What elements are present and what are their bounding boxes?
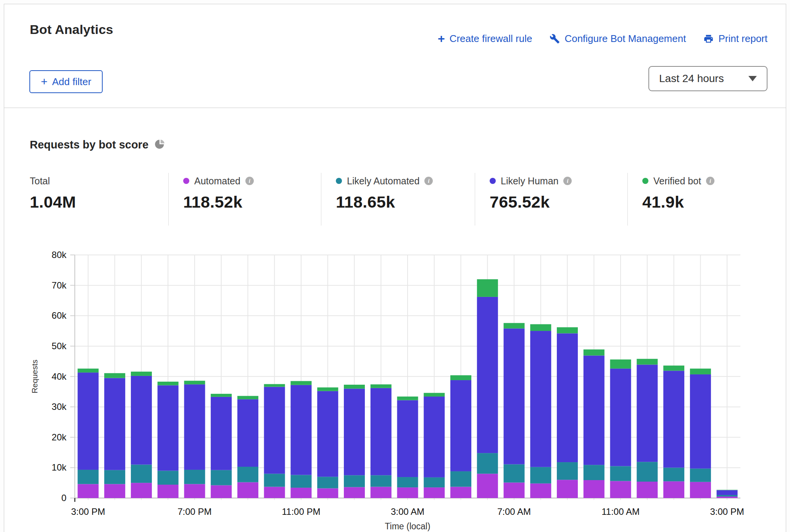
- bar-segment[interactable]: [371, 384, 392, 388]
- bar-segment[interactable]: [557, 333, 578, 462]
- bar-segment[interactable]: [717, 495, 738, 497]
- bar-segment[interactable]: [158, 382, 179, 385]
- bar-segment[interactable]: [397, 400, 418, 477]
- bar-segment[interactable]: [131, 376, 152, 465]
- bar-segment[interactable]: [610, 360, 631, 369]
- bar-segment[interactable]: [211, 485, 232, 498]
- bar-segment[interactable]: [504, 464, 525, 483]
- bar-segment[interactable]: [663, 366, 684, 371]
- bar-segment[interactable]: [344, 389, 365, 475]
- bar-segment[interactable]: [504, 329, 525, 464]
- bar-segment[interactable]: [371, 475, 392, 487]
- bar-segment[interactable]: [690, 369, 711, 374]
- add-filter-button[interactable]: + Add filter: [29, 70, 103, 93]
- bar-segment[interactable]: [184, 381, 205, 385]
- bar-segment[interactable]: [663, 371, 684, 468]
- bar-segment[interactable]: [557, 462, 578, 480]
- info-icon[interactable]: i: [424, 177, 433, 185]
- bar-segment[interactable]: [237, 396, 258, 399]
- bar-segment[interactable]: [344, 487, 365, 498]
- bar-segment[interactable]: [424, 393, 445, 397]
- bar-segment[interactable]: [317, 391, 338, 477]
- bar-segment[interactable]: [290, 475, 311, 487]
- bar-segment[interactable]: [477, 453, 498, 474]
- time-range-select[interactable]: Last 24 hours: [648, 66, 767, 91]
- bar-segment[interactable]: [424, 487, 445, 498]
- bar-segment[interactable]: [717, 490, 738, 495]
- bar-segment[interactable]: [184, 484, 205, 498]
- create-firewall-rule-link[interactable]: + Create firewall rule: [438, 32, 532, 45]
- bar-segment[interactable]: [104, 470, 125, 484]
- bar-segment[interactable]: [584, 465, 605, 480]
- bar-segment[interactable]: [450, 375, 471, 380]
- bar-segment[interactable]: [690, 374, 711, 469]
- bar-segment[interactable]: [610, 481, 631, 498]
- bar-segment[interactable]: [530, 484, 551, 498]
- bar-segment[interactable]: [344, 475, 365, 487]
- bar-segment[interactable]: [77, 372, 98, 470]
- bar-segment[interactable]: [344, 385, 365, 389]
- bar-segment[interactable]: [637, 359, 658, 364]
- configure-bot-management-link[interactable]: Configure Bot Management: [550, 33, 686, 45]
- bar-segment[interactable]: [264, 384, 285, 387]
- bar-segment[interactable]: [397, 397, 418, 400]
- bar-segment[interactable]: [77, 369, 98, 372]
- info-icon[interactable]: i: [563, 177, 572, 185]
- bar-segment[interactable]: [264, 474, 285, 487]
- bar-segment[interactable]: [158, 485, 179, 498]
- info-icon[interactable]: i: [706, 177, 714, 185]
- bar-segment[interactable]: [211, 470, 232, 485]
- bar-segment[interactable]: [584, 356, 605, 465]
- bar-segment[interactable]: [424, 397, 445, 477]
- bar-segment[interactable]: [237, 399, 258, 467]
- bar-segment[interactable]: [424, 477, 445, 487]
- bar-segment[interactable]: [504, 323, 525, 328]
- bar-segment[interactable]: [317, 488, 338, 498]
- bar-segment[interactable]: [131, 483, 152, 498]
- bar-segment[interactable]: [237, 467, 258, 482]
- bar-segment[interactable]: [530, 331, 551, 467]
- bar-segment[interactable]: [504, 482, 525, 498]
- print-report-link[interactable]: Print report: [703, 33, 767, 45]
- bar-segment[interactable]: [637, 364, 658, 462]
- bar-segment[interactable]: [104, 484, 125, 498]
- bar-segment[interactable]: [317, 387, 338, 391]
- bar-segment[interactable]: [290, 385, 311, 475]
- bar-segment[interactable]: [530, 467, 551, 484]
- bar-segment[interactable]: [717, 490, 738, 490]
- bar-segment[interactable]: [104, 373, 125, 378]
- bar-segment[interactable]: [290, 488, 311, 498]
- bar-segment[interactable]: [690, 482, 711, 498]
- bar-segment[interactable]: [663, 481, 684, 498]
- bar-segment[interactable]: [477, 279, 498, 297]
- bar-segment[interactable]: [158, 385, 179, 471]
- bar-segment[interactable]: [610, 466, 631, 481]
- bar-segment[interactable]: [610, 369, 631, 466]
- bar-segment[interactable]: [77, 484, 98, 498]
- bar-segment[interactable]: [690, 469, 711, 482]
- bar-segment[interactable]: [663, 468, 684, 481]
- bar-segment[interactable]: [184, 470, 205, 484]
- bar-segment[interactable]: [158, 471, 179, 485]
- bar-segment[interactable]: [211, 394, 232, 397]
- bar-segment[interactable]: [131, 372, 152, 376]
- bar-segment[interactable]: [397, 477, 418, 487]
- bar-segment[interactable]: [637, 462, 658, 482]
- bar-segment[interactable]: [450, 471, 471, 487]
- bar-segment[interactable]: [211, 397, 232, 470]
- bar-segment[interactable]: [584, 480, 605, 498]
- bar-segment[interactable]: [290, 381, 311, 385]
- bar-segment[interactable]: [184, 384, 205, 470]
- bar-segment[interactable]: [450, 380, 471, 471]
- bar-segment[interactable]: [584, 350, 605, 356]
- bar-segment[interactable]: [530, 324, 551, 331]
- bar-segment[interactable]: [477, 474, 498, 498]
- bar-segment[interactable]: [477, 297, 498, 453]
- bar-segment[interactable]: [77, 470, 98, 484]
- bar-segment[interactable]: [397, 487, 418, 498]
- bar-segment[interactable]: [450, 487, 471, 498]
- bar-segment[interactable]: [104, 378, 125, 470]
- bar-segment[interactable]: [371, 487, 392, 498]
- bar-segment[interactable]: [371, 388, 392, 476]
- bar-segment[interactable]: [717, 497, 738, 498]
